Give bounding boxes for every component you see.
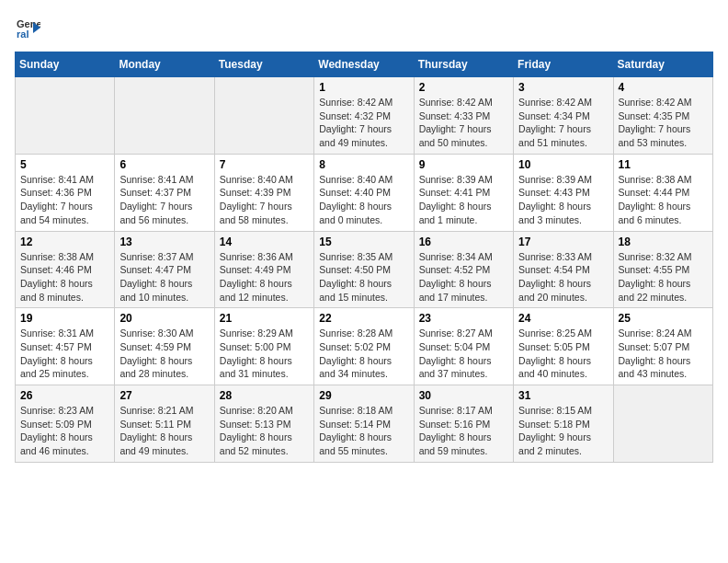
week-row-5: 26Sunrise: 8:23 AM Sunset: 5:09 PM Dayli… [16,385,713,463]
calendar-cell: 12Sunrise: 8:38 AM Sunset: 4:46 PM Dayli… [16,231,115,308]
calendar-cell: 6Sunrise: 8:41 AM Sunset: 4:37 PM Daylig… [115,154,214,231]
day-header-sunday: Sunday [16,52,115,77]
day-info: Sunrise: 8:40 AM Sunset: 4:40 PM Dayligh… [319,173,408,227]
day-number: 13 [119,236,209,248]
calendar-cell: 17Sunrise: 8:33 AM Sunset: 4:54 PM Dayli… [514,231,613,308]
calendar-cell: 22Sunrise: 8:28 AM Sunset: 5:02 PM Dayli… [314,308,414,385]
day-info: Sunrise: 8:42 AM Sunset: 4:35 PM Dayligh… [619,96,708,150]
day-number: 21 [220,312,309,325]
day-info: Sunrise: 8:35 AM Sunset: 4:50 PM Dayligh… [319,250,408,304]
day-header-friday: Friday [514,52,613,77]
calendar-cell: 13Sunrise: 8:37 AM Sunset: 4:47 PM Dayli… [115,231,214,308]
calendar-cell: 5Sunrise: 8:41 AM Sunset: 4:36 PM Daylig… [16,154,115,231]
day-info: Sunrise: 8:39 AM Sunset: 4:41 PM Dayligh… [419,173,508,227]
calendar-cell: 20Sunrise: 8:30 AM Sunset: 4:59 PM Dayli… [115,308,214,385]
header: Gene ral [15,15,713,40]
day-info: Sunrise: 8:41 AM Sunset: 4:36 PM Dayligh… [20,173,109,227]
day-number: 5 [20,158,109,171]
day-info: Sunrise: 8:20 AM Sunset: 5:13 PM Dayligh… [220,404,309,458]
day-number: 16 [419,236,508,248]
day-info: Sunrise: 8:42 AM Sunset: 4:33 PM Dayligh… [419,96,508,150]
day-number: 7 [220,158,309,171]
day-number: 3 [518,81,608,94]
day-header-saturday: Saturday [613,52,712,77]
svg-text:ral: ral [17,29,28,40]
day-header-wednesday: Wednesday [314,52,414,77]
calendar-cell: 3Sunrise: 8:42 AM Sunset: 4:34 PM Daylig… [514,77,613,155]
calendar-cell: 24Sunrise: 8:25 AM Sunset: 5:05 PM Dayli… [514,308,613,385]
calendar-cell: 19Sunrise: 8:31 AM Sunset: 4:57 PM Dayli… [16,308,115,385]
day-info: Sunrise: 8:17 AM Sunset: 5:16 PM Dayligh… [419,404,508,458]
day-info: Sunrise: 8:30 AM Sunset: 4:59 PM Dayligh… [119,327,209,381]
day-info: Sunrise: 8:25 AM Sunset: 5:05 PM Dayligh… [518,327,608,381]
day-number: 22 [319,312,408,325]
day-number: 31 [518,389,608,402]
day-info: Sunrise: 8:31 AM Sunset: 4:57 PM Dayligh… [20,327,109,381]
calendar-cell: 9Sunrise: 8:39 AM Sunset: 4:41 PM Daylig… [414,154,513,231]
day-header-monday: Monday [115,52,214,77]
day-header-thursday: Thursday [414,52,513,77]
calendar-cell: 10Sunrise: 8:39 AM Sunset: 4:43 PM Dayli… [514,154,613,231]
calendar-cell: 21Sunrise: 8:29 AM Sunset: 5:00 PM Dayli… [214,308,313,385]
calendar-cell: 1Sunrise: 8:42 AM Sunset: 4:32 PM Daylig… [314,77,414,155]
day-info: Sunrise: 8:24 AM Sunset: 5:07 PM Dayligh… [619,327,708,381]
calendar-cell: 30Sunrise: 8:17 AM Sunset: 5:16 PM Dayli… [414,385,513,463]
logo-icon: Gene ral [15,15,40,40]
day-number: 6 [119,158,209,171]
calendar-cell: 25Sunrise: 8:24 AM Sunset: 5:07 PM Dayli… [613,308,712,385]
week-row-4: 19Sunrise: 8:31 AM Sunset: 4:57 PM Dayli… [16,308,713,385]
day-info: Sunrise: 8:32 AM Sunset: 4:55 PM Dayligh… [619,250,708,304]
calendar-body: 1Sunrise: 8:42 AM Sunset: 4:32 PM Daylig… [16,77,713,463]
calendar-header-row: SundayMondayTuesdayWednesdayThursdayFrid… [16,52,713,77]
day-number: 8 [319,158,408,171]
day-number: 25 [619,312,708,325]
day-number: 29 [319,389,408,402]
calendar-cell [613,385,712,463]
day-info: Sunrise: 8:27 AM Sunset: 5:04 PM Dayligh… [419,327,508,381]
day-number: 19 [20,312,109,325]
calendar-cell: 28Sunrise: 8:20 AM Sunset: 5:13 PM Dayli… [214,385,313,463]
day-number: 9 [419,158,508,171]
day-number: 28 [220,389,309,402]
day-header-tuesday: Tuesday [214,52,313,77]
day-number: 12 [20,236,109,248]
calendar-cell: 15Sunrise: 8:35 AM Sunset: 4:50 PM Dayli… [314,231,414,308]
week-row-2: 5Sunrise: 8:41 AM Sunset: 4:36 PM Daylig… [16,154,713,231]
day-info: Sunrise: 8:42 AM Sunset: 4:34 PM Dayligh… [518,96,608,150]
day-info: Sunrise: 8:34 AM Sunset: 4:52 PM Dayligh… [419,250,508,304]
calendar-cell: 7Sunrise: 8:40 AM Sunset: 4:39 PM Daylig… [214,154,313,231]
day-number: 11 [619,158,708,171]
calendar-cell: 23Sunrise: 8:27 AM Sunset: 5:04 PM Dayli… [414,308,513,385]
day-info: Sunrise: 8:37 AM Sunset: 4:47 PM Dayligh… [119,250,209,304]
week-row-1: 1Sunrise: 8:42 AM Sunset: 4:32 PM Daylig… [16,77,713,155]
day-number: 24 [518,312,608,325]
day-number: 18 [619,236,708,248]
day-info: Sunrise: 8:39 AM Sunset: 4:43 PM Dayligh… [518,173,608,227]
day-number: 26 [20,389,109,402]
calendar-cell [214,77,313,155]
day-number: 27 [119,389,209,402]
calendar-cell [115,77,214,155]
week-row-3: 12Sunrise: 8:38 AM Sunset: 4:46 PM Dayli… [16,231,713,308]
day-info: Sunrise: 8:33 AM Sunset: 4:54 PM Dayligh… [518,250,608,304]
calendar-cell: 8Sunrise: 8:40 AM Sunset: 4:40 PM Daylig… [314,154,414,231]
day-number: 20 [119,312,209,325]
logo: Gene ral [15,15,44,40]
calendar-cell: 11Sunrise: 8:38 AM Sunset: 4:44 PM Dayli… [613,154,712,231]
day-info: Sunrise: 8:36 AM Sunset: 4:49 PM Dayligh… [220,250,309,304]
day-info: Sunrise: 8:28 AM Sunset: 5:02 PM Dayligh… [319,327,408,381]
day-info: Sunrise: 8:40 AM Sunset: 4:39 PM Dayligh… [220,173,309,227]
day-number: 30 [419,389,508,402]
day-info: Sunrise: 8:29 AM Sunset: 5:00 PM Dayligh… [220,327,309,381]
calendar-cell [16,77,115,155]
day-number: 15 [319,236,408,248]
day-info: Sunrise: 8:38 AM Sunset: 4:44 PM Dayligh… [619,173,708,227]
day-number: 10 [518,158,608,171]
calendar-cell: 31Sunrise: 8:15 AM Sunset: 5:18 PM Dayli… [514,385,613,463]
calendar-cell: 26Sunrise: 8:23 AM Sunset: 5:09 PM Dayli… [16,385,115,463]
day-info: Sunrise: 8:41 AM Sunset: 4:37 PM Dayligh… [119,173,209,227]
calendar-cell: 18Sunrise: 8:32 AM Sunset: 4:55 PM Dayli… [613,231,712,308]
day-number: 1 [319,81,408,94]
calendar-cell: 4Sunrise: 8:42 AM Sunset: 4:35 PM Daylig… [613,77,712,155]
day-number: 4 [619,81,708,94]
